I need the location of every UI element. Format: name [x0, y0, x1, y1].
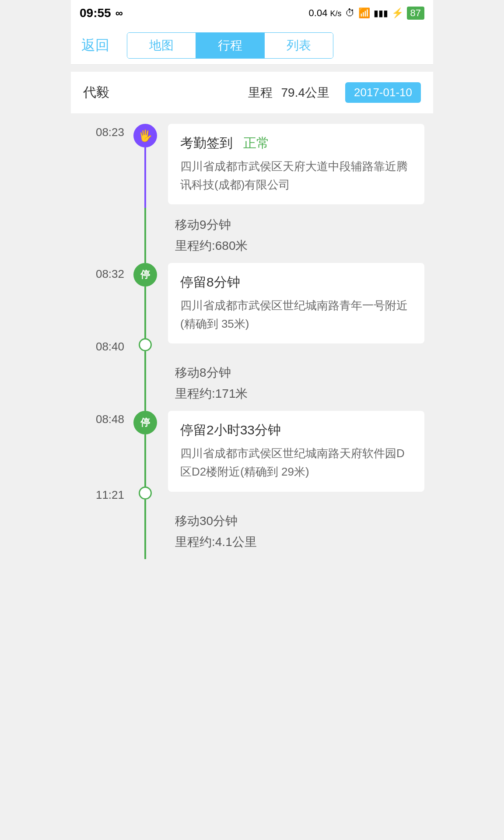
tab-trip[interactable]: 行程	[196, 33, 264, 58]
content-1: 考勤签到 正常 四川省成都市武侯区天府大道中段辅路靠近腾讯科技(成都)有限公司	[163, 124, 433, 208]
content-2: 停留8分钟 四川省成都市武侯区世纪城南路青年一号附近(精确到 35米)	[163, 263, 433, 347]
move-distance-2: 里程约:171米	[175, 385, 424, 402]
timeline-row-2: 08:32 停 停留8分钟 四川省成都市武侯区世纪城南路青年一号附近(精确到 3…	[71, 263, 433, 347]
date-badge: 2017-01-10	[345, 82, 421, 103]
line-seg-m2	[144, 356, 146, 411]
fingerprint-icon: 🖐	[138, 129, 152, 143]
line-seg-m1	[144, 208, 146, 263]
timeline-row-movement-2: 移动8分钟 里程约:171米	[71, 356, 433, 411]
node-small-2	[139, 338, 152, 351]
event-address-3: 四川省成都市武侯区世纪城南路天府软件园D区D2楼附近(精确到 29米)	[180, 444, 412, 481]
time-col-2: 08:32	[71, 263, 128, 347]
info-row: 代毅 里程 79.4公里 2017-01-10	[71, 72, 433, 113]
charging-icon: ⚡	[392, 7, 403, 19]
movement-2: 移动8分钟 里程约:171米	[163, 356, 433, 411]
node-stop-2: 停	[133, 263, 157, 287]
tab-list[interactable]: 列表	[264, 33, 333, 58]
time-0823: 08:23	[96, 124, 128, 139]
time-col-1: 08:23	[71, 124, 128, 208]
timeline: 08:23 🖐 考勤签到 正常 四川省成都市武侯区天府大道中段辅路靠近腾讯科技(…	[71, 113, 433, 559]
status-time: 09:55 ∞	[80, 6, 123, 20]
signal-icon: ▮▮▮	[374, 8, 388, 18]
event-card-1: 考勤签到 正常 四川省成都市武侯区天府大道中段辅路靠近腾讯科技(成都)有限公司	[168, 124, 424, 204]
move-distance-3: 里程约:4.1公里	[175, 534, 424, 550]
movement-info-2: 移动8分钟 里程约:171米	[168, 356, 424, 411]
driver-name: 代毅	[83, 84, 109, 102]
status-bar: 09:55 ∞ 0.04 K/s ⏱ 📶 ▮▮▮ ⚡ 87	[71, 0, 433, 26]
stop-icon-2: 停	[140, 268, 150, 281]
time-0840: 08:40	[96, 338, 128, 354]
clock-icon: ⏱	[345, 7, 355, 19]
nav-tabs: 地图 行程 列表	[127, 32, 333, 59]
node-col-1: 🖐	[128, 124, 163, 208]
nav-bar: 返回 地图 行程 列表	[71, 26, 433, 65]
event-title-3: 停留2小时33分钟	[180, 421, 412, 439]
line-col-m1	[128, 208, 163, 263]
event-address-1: 四川省成都市武侯区天府大道中段辅路靠近腾讯科技(成都)有限公司	[180, 158, 412, 194]
timeline-row-movement-1: 移动9分钟 里程约:680米	[71, 208, 433, 263]
battery-display: 87	[407, 7, 424, 20]
time-col-3b: 11:21	[71, 486, 128, 504]
event-title-1: 考勤签到 正常	[180, 134, 412, 152]
time-col-2b: 08:40	[71, 338, 128, 356]
node-small-3	[139, 486, 152, 500]
timeline-row-movement-3: 移动30分钟 里程约:4.1公里	[71, 504, 433, 559]
distance-value: 79.4公里	[281, 84, 330, 101]
node-fingerprint: 🖐	[133, 124, 157, 147]
line-seg-m3	[144, 504, 146, 559]
tab-map[interactable]: 地图	[127, 33, 196, 58]
content-3: 停留2小时33分钟 四川省成都市武侯区世纪城南路天府软件园D区D2楼附近(精确到…	[163, 411, 433, 495]
time-0848: 08:48	[96, 411, 128, 426]
speed-display: 0.04 K/s	[309, 7, 342, 19]
wifi-icon: 📶	[358, 7, 370, 19]
line-col-m2	[128, 356, 163, 411]
movement-info-1: 移动9分钟 里程约:680米	[168, 208, 424, 263]
time-display: 09:55	[80, 6, 111, 20]
node-col-3b	[128, 486, 163, 504]
event-card-2: 停留8分钟 四川省成都市武侯区世纪城南路青年一号附近(精确到 35米)	[168, 263, 424, 343]
timeline-row-3: 08:48 停 停留2小时33分钟 四川省成都市武侯区世纪城南路天府软件园D区D…	[71, 411, 433, 495]
time-col-3: 08:48	[71, 411, 128, 495]
timeline-row-1: 08:23 🖐 考勤签到 正常 四川省成都市武侯区天府大道中段辅路靠近腾讯科技(…	[71, 113, 433, 208]
timeline-row-2b: 08:40	[71, 338, 433, 356]
line-seg-1a	[144, 147, 146, 208]
move-duration-2: 移动8分钟	[175, 364, 424, 381]
move-duration-1: 移动9分钟	[175, 217, 424, 233]
node-col-2: 停	[128, 263, 163, 347]
timeline-row-3b: 11:21	[71, 486, 433, 504]
node-col-2b	[128, 338, 163, 356]
event-title-2: 停留8分钟	[180, 273, 412, 291]
stop-icon-3: 停	[140, 416, 150, 429]
move-duration-3: 移动30分钟	[175, 513, 424, 529]
line-col-m3	[128, 504, 163, 559]
line-seg-2b	[144, 351, 146, 356]
infinity-icon: ∞	[116, 7, 123, 19]
event-card-3: 停留2小时33分钟 四川省成都市武侯区世纪城南路天府软件园D区D2楼附近(精确到…	[168, 411, 424, 491]
distance-label: 里程	[248, 84, 273, 101]
node-col-3: 停	[128, 411, 163, 495]
movement-1: 移动9分钟 里程约:680米	[163, 208, 433, 263]
status-normal-1: 正常	[243, 136, 270, 150]
line-seg-3b	[144, 500, 146, 504]
movement-3: 移动30分钟 里程约:4.1公里	[163, 504, 433, 559]
movement-info-3: 移动30分钟 里程约:4.1公里	[168, 504, 424, 559]
event-address-2: 四川省成都市武侯区世纪城南路青年一号附近(精确到 35米)	[180, 297, 412, 333]
time-0832: 08:32	[96, 266, 128, 281]
move-distance-1: 里程约:680米	[175, 238, 424, 254]
back-button[interactable]: 返回	[81, 36, 109, 55]
time-1121: 11:21	[96, 486, 128, 502]
status-right-icons: 0.04 K/s ⏱ 📶 ▮▮▮ ⚡ 87	[309, 7, 424, 20]
node-stop-3: 停	[133, 411, 157, 434]
